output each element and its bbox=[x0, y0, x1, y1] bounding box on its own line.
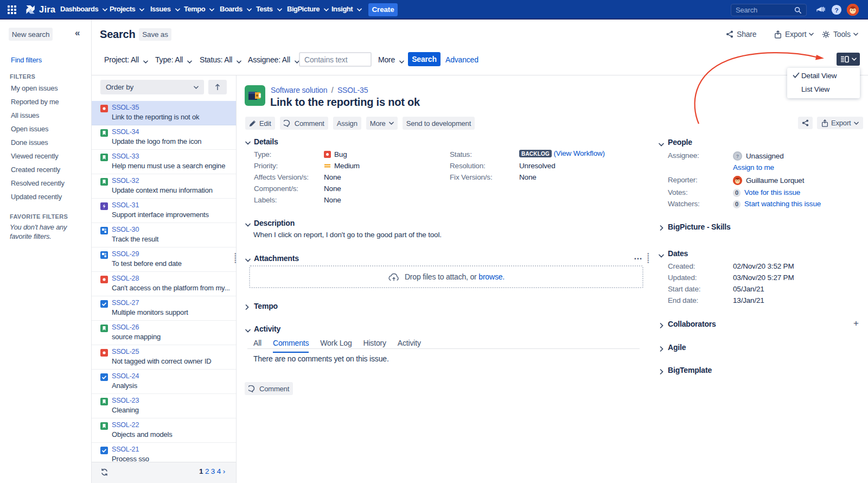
svg-text:?: ? bbox=[834, 7, 838, 14]
svg-text:?: ? bbox=[736, 154, 739, 159]
